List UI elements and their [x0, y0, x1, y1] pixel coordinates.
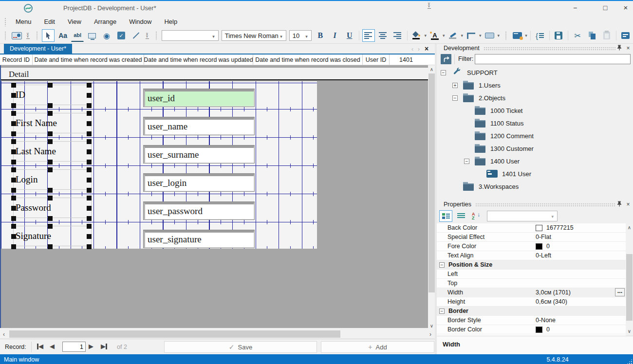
resize-grip[interactable]	[627, 359, 633, 364]
development-pane-header[interactable]: Development ×	[437, 44, 633, 53]
property-row-main[interactable]: Top	[437, 279, 626, 288]
save-button[interactable]: ✓ Save	[164, 341, 317, 353]
property-row[interactable]: Special Effect 0-Flat	[437, 233, 626, 242]
toolbar-overflow-icon[interactable]: ∨∨	[25, 33, 30, 39]
property-object-combobox[interactable]: ▾	[487, 211, 558, 221]
property-value[interactable]: 3,0см (1701)	[536, 289, 626, 296]
close-button[interactable]: ×	[619, 2, 632, 14]
tools-overflow-icon[interactable]: ∨∨	[145, 33, 149, 39]
tree-item[interactable]: − 1400 User	[437, 155, 633, 167]
selection-handle[interactable]	[87, 244, 92, 249]
selection-handle[interactable]	[11, 216, 16, 221]
selection-handle[interactable]	[87, 216, 92, 221]
property-value[interactable]: 0-Left	[536, 252, 626, 259]
pin-icon[interactable]	[615, 44, 623, 52]
fill-color-dropdown[interactable]: ▾	[424, 33, 427, 38]
tree-item[interactable]: 1100 Status	[437, 117, 633, 129]
align-center-button[interactable]	[377, 29, 390, 42]
menu-item-help[interactable]: Help	[158, 17, 184, 27]
selection-handle[interactable]	[87, 188, 92, 193]
scroll-up-icon[interactable]: ∧	[626, 225, 633, 230]
property-row-main[interactable]: Left	[437, 270, 626, 278]
collapse-icon[interactable]: −	[441, 70, 446, 75]
categorized-view-button[interactable]	[439, 210, 452, 222]
property-value[interactable]: 0	[536, 326, 626, 333]
selection-handle[interactable]	[11, 188, 16, 193]
scroll-down-icon[interactable]: ∨	[626, 328, 633, 334]
border-style-dropdown[interactable]: ▾	[498, 33, 500, 38]
bold-button[interactable]: B	[314, 29, 327, 42]
scroll-right-icon[interactable]: ›	[427, 331, 434, 338]
menu-item-menu[interactable]: Menu	[10, 17, 38, 27]
radio-tool-button[interactable]: ◉	[100, 29, 113, 42]
selection-handle[interactable]	[48, 244, 53, 249]
scroll-down-icon[interactable]: ∨	[428, 323, 435, 328]
selection-handle[interactable]	[48, 83, 53, 88]
selection-handle[interactable]	[87, 93, 92, 98]
tree-item[interactable]: 1300 Customer	[437, 142, 633, 155]
form-settings-dropdown[interactable]: ▾	[525, 33, 527, 38]
scroll-left-icon[interactable]: ‹	[0, 331, 8, 338]
selection-handle[interactable]	[48, 139, 53, 144]
selection-handle[interactable]	[48, 167, 53, 172]
selection-handle[interactable]	[11, 93, 16, 98]
collapse-icon[interactable]: −	[439, 262, 445, 268]
font-size-combobox[interactable]: 10 ▾	[289, 30, 312, 41]
label-control[interactable]: Login	[13, 169, 92, 190]
selection-handle[interactable]	[48, 160, 53, 164]
textbox-tool-button[interactable]: abl	[71, 29, 84, 42]
field-header-cell[interactable]: Date and time when record was created	[33, 55, 144, 65]
border-corner-button[interactable]	[465, 29, 478, 42]
field-header-cell[interactable]: Date and time when record was closed	[253, 55, 363, 65]
tree-item[interactable]: 1200 Comment	[437, 129, 633, 142]
font-combobox[interactable]: Times New Roman ▾	[222, 30, 286, 41]
field-header-cell[interactable]: Date and time when record was updated	[144, 55, 253, 65]
fill-color-button[interactable]	[410, 29, 423, 42]
field-control[interactable]: user_signature	[144, 230, 254, 248]
detail-band-header[interactable]: Detail	[1, 67, 428, 80]
selection-handle[interactable]	[11, 178, 16, 182]
paste-button[interactable]	[600, 29, 613, 42]
style-combobox[interactable]: ▾	[162, 30, 219, 41]
ellipsis-editor-button[interactable]: ...	[615, 288, 625, 296]
field-control[interactable]: user_surname	[144, 146, 254, 163]
selection-handle[interactable]	[87, 167, 92, 172]
selection-handle[interactable]	[87, 206, 92, 211]
label-control[interactable]: Signature	[13, 226, 92, 246]
property-row[interactable]: Border Color 0	[437, 325, 626, 334]
label-control[interactable]: ID	[13, 85, 92, 105]
selection-handle[interactable]	[87, 103, 92, 108]
tree-item[interactable]: 3.Workspaces	[437, 180, 633, 193]
underline-button[interactable]: U	[343, 29, 356, 42]
checkbox-tool-button[interactable]: ✓	[115, 29, 128, 42]
field-header-overflow-icon[interactable]: ∨∨	[426, 2, 432, 9]
align-left-button[interactable]	[362, 29, 375, 42]
navigate-button[interactable]	[441, 54, 451, 64]
scroll-up-icon[interactable]: ∧	[428, 67, 435, 72]
format-drag-handle[interactable]	[155, 31, 157, 40]
horizontal-scroll-thumb[interactable]	[9, 330, 340, 338]
list-view-button[interactable]	[454, 210, 467, 222]
menu-item-arrange[interactable]: Arrange	[88, 17, 123, 27]
property-category-row[interactable]: − Border	[437, 307, 626, 315]
pointer-tool-button[interactable]	[42, 29, 55, 42]
property-row[interactable]: Fore Color 0	[437, 242, 626, 251]
menu-item-window[interactable]: Window	[123, 17, 158, 27]
sort-alphabetical-button[interactable]: AZ↓	[469, 210, 483, 222]
selection-handle[interactable]	[87, 83, 92, 88]
property-row-main[interactable]: Border Color 0	[437, 325, 626, 334]
next-record-button[interactable]: ▶	[89, 343, 93, 350]
selection-handle[interactable]	[11, 244, 16, 249]
cut-button[interactable]: ✂	[571, 29, 584, 42]
first-record-button[interactable]: ◀	[37, 343, 43, 350]
collapse-icon[interactable]: −	[439, 309, 445, 314]
selection-handle[interactable]	[48, 131, 53, 136]
selection-handle[interactable]	[87, 224, 92, 229]
tab-development-user[interactable]: Development - User*	[4, 44, 72, 54]
previous-record-button[interactable]: ◀	[50, 343, 55, 350]
field-header-cell[interactable]: 1401	[390, 55, 423, 65]
pane-splitter[interactable]	[437, 197, 633, 200]
horizontal-scrollbar[interactable]: ‹ ›	[0, 330, 435, 338]
font-color-button[interactable]: A	[428, 29, 441, 42]
property-row[interactable]: Height 0,6см (340)	[437, 297, 626, 307]
